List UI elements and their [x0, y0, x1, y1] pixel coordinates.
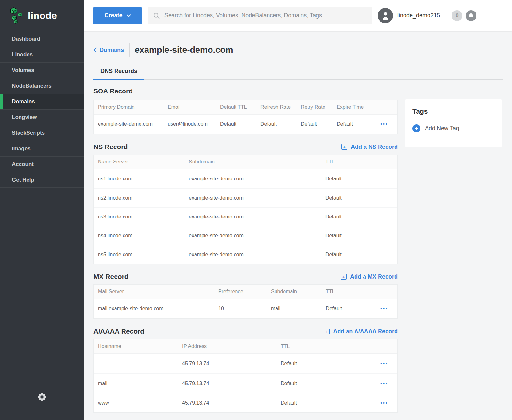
row-actions-button[interactable]: ••• [379, 379, 389, 388]
create-button[interactable]: Create [93, 7, 142, 24]
sidebar-item-get-help[interactable]: Get Help [0, 172, 84, 188]
table-cell: ns3.linode.com [98, 214, 189, 220]
plus-circle-icon: + [412, 124, 420, 132]
row-actions-button[interactable]: ••• [379, 359, 389, 368]
table-cell: mail [98, 381, 182, 386]
chevron-left-icon [93, 47, 97, 52]
column-header: Mail Server [98, 289, 218, 295]
sidebar-item-label: Dashboard [12, 36, 40, 42]
main-content: Domains example-site-demo.com DNS Record… [84, 31, 512, 420]
sidebar-item-account[interactable]: Account [0, 156, 84, 172]
add-a-aaaa-record-link[interactable]: + Add an A/AAAA Record [324, 328, 398, 335]
plus-square-icon: + [341, 274, 347, 280]
tab-dns-records[interactable]: DNS Records [93, 68, 144, 79]
column-header: Primary Domain [98, 104, 168, 110]
row-actions: ••• [375, 359, 393, 368]
table-cell: example-site-demo.com [189, 214, 325, 220]
breadcrumb: Domains example-site-demo.com [93, 43, 503, 57]
table-cell: example-site-demo.com [189, 176, 325, 182]
linode-logo[interactable]: linode [0, 0, 84, 31]
table-row: example-site-demo.comuser@linode.comDefa… [94, 115, 397, 134]
table-cell: ns5.linode.com [98, 252, 189, 258]
settings-gear-button[interactable] [36, 392, 47, 403]
table-cell: example-site-demo.com [98, 121, 168, 127]
table-cell: example-site-demo.com [189, 195, 325, 201]
breadcrumb-back-link[interactable]: Domains [93, 47, 124, 53]
table-cell: Default [337, 121, 375, 127]
top-bar: Create linode_demo215 0 [84, 0, 512, 31]
table-cell: Default [325, 214, 393, 220]
table-cell: 10 [218, 306, 271, 312]
sidebar-item-images[interactable]: Images [0, 141, 84, 156]
add-ns-record-link[interactable]: + Add a NS Record [341, 144, 398, 150]
row-actions: ••• [375, 399, 393, 408]
user-avatar[interactable] [378, 8, 393, 23]
table-cell: Default [281, 381, 375, 386]
ns-section-header: NS Record + Add a NS Record [93, 142, 398, 151]
sidebar-item-label: Linodes [12, 52, 33, 58]
table-row: www45.79.13.74Default••• [94, 393, 397, 412]
row-actions-button[interactable]: ••• [379, 120, 389, 129]
sidebar-item-stackscripts[interactable]: StackScripts [0, 125, 84, 141]
table-row: ns2.linode.comexample-site-demo.comDefau… [94, 188, 397, 207]
table-cell: ns1.linode.com [98, 176, 189, 182]
bell-icon [468, 13, 474, 18]
sidebar-item-nodebalancers[interactable]: NodeBalancers [0, 78, 84, 94]
add-new-tag-button[interactable]: + Add New Tag [412, 124, 459, 132]
table-header: Mail ServerPreferenceSubdomainTTL [94, 285, 397, 299]
table-cell: user@linode.com [168, 121, 220, 127]
table-cell: 45.79.13.74 [182, 400, 281, 406]
notification-count-badge[interactable]: 0 [452, 10, 462, 21]
table-body: ns1.linode.comexample-site-demo.comDefau… [94, 169, 397, 264]
notifications-bell-button[interactable] [466, 10, 476, 21]
username: linode_demo215 [397, 12, 440, 19]
table-body: 45.79.13.74Default•••mail45.79.13.74Defa… [94, 354, 397, 412]
mx-section-header: MX Record + Add a MX Record [93, 272, 398, 281]
sidebar-item-domains[interactable]: Domains [0, 94, 84, 109]
sidebar-item-volumes[interactable]: Volumes [0, 62, 84, 78]
table-body: mail.example-site-demo.com10mailDefault•… [94, 299, 397, 318]
column-header: TTL [325, 159, 393, 165]
sidebar-item-label: Volumes [12, 67, 34, 74]
sidebar: linode DashboardLinodesVolumesNodeBalanc… [0, 0, 84, 420]
logo-text: linode [28, 10, 57, 21]
sidebar-item-linodes[interactable]: Linodes [0, 47, 84, 62]
a-aaaa-section-header: A/AAAA Record + Add an A/AAAA Record [93, 327, 398, 336]
add-mx-record-label: Add a MX Record [350, 273, 398, 280]
page-title: example-site-demo.com [135, 45, 233, 55]
table-cell: 45.79.13.74 [182, 361, 281, 367]
sidebar-item-dashboard[interactable]: Dashboard [0, 31, 84, 47]
table-cell: example-site-demo.com [189, 252, 325, 258]
column-header: Preference [218, 289, 271, 295]
sidebar-item-label: Images [12, 146, 31, 152]
column-header: Email [168, 104, 220, 110]
table-cell: mail.example-site-demo.com [98, 306, 218, 312]
column-header: TTL [281, 344, 375, 349]
section-title: NS Record [93, 143, 128, 151]
table-row: ns3.linode.comexample-site-demo.comDefau… [94, 207, 397, 226]
plus-square-icon: + [324, 329, 330, 334]
sidebar-item-longview[interactable]: Longview [0, 109, 84, 125]
table-cell: 45.79.13.74 [182, 381, 281, 386]
row-actions: ••• [375, 304, 393, 313]
add-mx-record-link[interactable]: + Add a MX Record [341, 273, 398, 280]
column-header: Refresh Rate [260, 104, 301, 110]
table-cell: Default [301, 121, 337, 127]
column-header: Subdomain [271, 289, 326, 295]
search-input[interactable] [164, 12, 367, 19]
tab-bar: DNS Records [93, 68, 503, 80]
table-row: ns5.linode.comexample-site-demo.comDefau… [94, 245, 397, 264]
ns-record-table: Name ServerSubdomainTTL ns1.linode.comex… [93, 155, 398, 264]
section-title: A/AAAA Record [93, 328, 144, 335]
global-search[interactable] [148, 7, 372, 24]
sidebar-item-label: StackScripts [12, 130, 45, 136]
person-icon [381, 11, 390, 20]
row-actions-button[interactable]: ••• [379, 304, 389, 313]
table-header: Name ServerSubdomainTTL [94, 155, 397, 169]
table-cell: ns2.linode.com [98, 195, 189, 201]
table-cell: Default [220, 121, 260, 127]
add-new-tag-label: Add New Tag [425, 125, 459, 132]
table-cell: ns4.linode.com [98, 233, 189, 239]
mx-record-table: Mail ServerPreferenceSubdomainTTL mail.e… [93, 284, 398, 319]
row-actions-button[interactable]: ••• [379, 399, 389, 408]
